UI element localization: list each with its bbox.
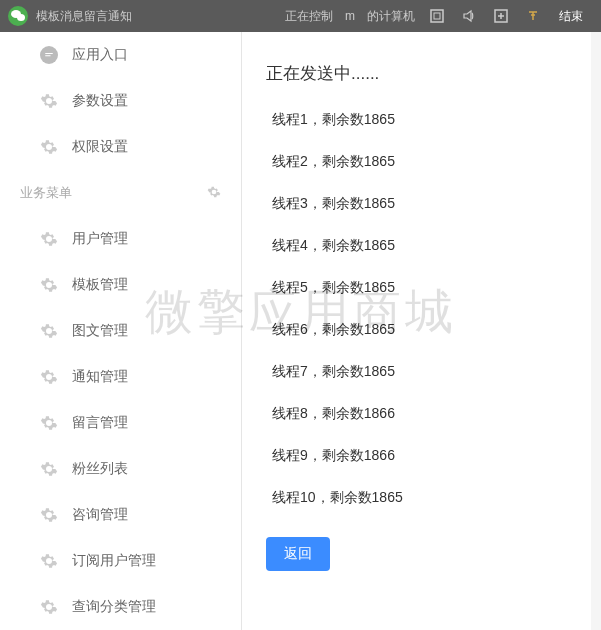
svg-rect-0 <box>431 10 443 22</box>
chat-icon <box>40 46 58 64</box>
section-title: 业务菜单 <box>20 184 72 202</box>
sound-icon[interactable] <box>457 4 481 28</box>
biz-item-label: 模板管理 <box>72 276 128 294</box>
thread-status-line: 线程6，剩余数1865 <box>266 321 577 339</box>
wechat-icon <box>8 6 28 26</box>
main-content: 正在发送中...... 线程1，剩余数1865线程2，剩余数1865线程3，剩余… <box>242 32 601 630</box>
pin-icon[interactable] <box>521 4 545 28</box>
biz-item-7[interactable]: 订阅用户管理 <box>0 538 241 584</box>
sidebar-item-label: 权限设置 <box>72 138 128 156</box>
sidebar: 应用入口参数设置权限设置 业务菜单 用户管理模板管理图文管理通知管理留言管理粉丝… <box>0 32 242 630</box>
gear-icon <box>40 322 58 340</box>
window-title: 模板消息留言通知 <box>36 8 132 25</box>
gear-icon <box>40 460 58 478</box>
gear-icon <box>40 138 58 156</box>
thread-status-line: 线程3，剩余数1865 <box>266 195 577 213</box>
biz-item-0[interactable]: 用户管理 <box>0 216 241 262</box>
fullscreen-icon[interactable] <box>425 4 449 28</box>
biz-item-label: 咨询管理 <box>72 506 128 524</box>
biz-item-3[interactable]: 通知管理 <box>0 354 241 400</box>
right-edge <box>591 32 601 630</box>
biz-item-label: 通知管理 <box>72 368 128 386</box>
sidebar-item-2[interactable]: 权限设置 <box>0 124 241 170</box>
plus-box-icon[interactable] <box>489 4 513 28</box>
gear-icon <box>40 414 58 432</box>
sidebar-item-label: 参数设置 <box>72 92 128 110</box>
biz-item-label: 留言管理 <box>72 414 128 432</box>
sending-status-title: 正在发送中...... <box>266 62 577 85</box>
gear-icon <box>40 92 58 110</box>
gear-icon <box>40 552 58 570</box>
gear-icon <box>40 368 58 386</box>
gear-icon <box>40 598 58 616</box>
gear-icon <box>40 276 58 294</box>
back-button[interactable]: 返回 <box>266 537 330 571</box>
thread-status-line: 线程10，剩余数1865 <box>266 489 577 507</box>
thread-status-line: 线程4，剩余数1865 <box>266 237 577 255</box>
sidebar-item-label: 应用入口 <box>72 46 128 64</box>
thread-status-line: 线程5，剩余数1865 <box>266 279 577 297</box>
gear-icon <box>40 230 58 248</box>
thread-status-line: 线程2，剩余数1865 <box>266 153 577 171</box>
control-status-text: 正在控制 <box>285 8 333 25</box>
control-computer-text: 的计算机 <box>367 8 415 25</box>
thread-status-line: 线程8，剩余数1866 <box>266 405 577 423</box>
sidebar-section-header: 业务菜单 <box>0 170 241 216</box>
svg-rect-1 <box>434 13 440 19</box>
biz-item-4[interactable]: 留言管理 <box>0 400 241 446</box>
biz-item-label: 粉丝列表 <box>72 460 128 478</box>
section-gear-icon[interactable] <box>207 185 221 202</box>
thread-status-line: 线程1，剩余数1865 <box>266 111 577 129</box>
biz-item-label: 图文管理 <box>72 322 128 340</box>
gear-icon <box>40 506 58 524</box>
biz-item-label: 订阅用户管理 <box>72 552 156 570</box>
biz-item-8[interactable]: 查询分类管理 <box>0 584 241 630</box>
biz-item-label: 查询分类管理 <box>72 598 156 616</box>
biz-item-label: 用户管理 <box>72 230 128 248</box>
control-m-text: m <box>345 9 355 23</box>
biz-item-2[interactable]: 图文管理 <box>0 308 241 354</box>
biz-item-6[interactable]: 咨询管理 <box>0 492 241 538</box>
biz-item-1[interactable]: 模板管理 <box>0 262 241 308</box>
thread-status-line: 线程9，剩余数1866 <box>266 447 577 465</box>
biz-item-5[interactable]: 粉丝列表 <box>0 446 241 492</box>
sidebar-item-1[interactable]: 参数设置 <box>0 78 241 124</box>
thread-status-line: 线程7，剩余数1865 <box>266 363 577 381</box>
remote-control-topbar: 模板消息留言通知 正在控制 m 的计算机 结束 <box>0 0 601 32</box>
end-session-button[interactable]: 结束 <box>559 8 583 25</box>
sidebar-item-0[interactable]: 应用入口 <box>0 32 241 78</box>
